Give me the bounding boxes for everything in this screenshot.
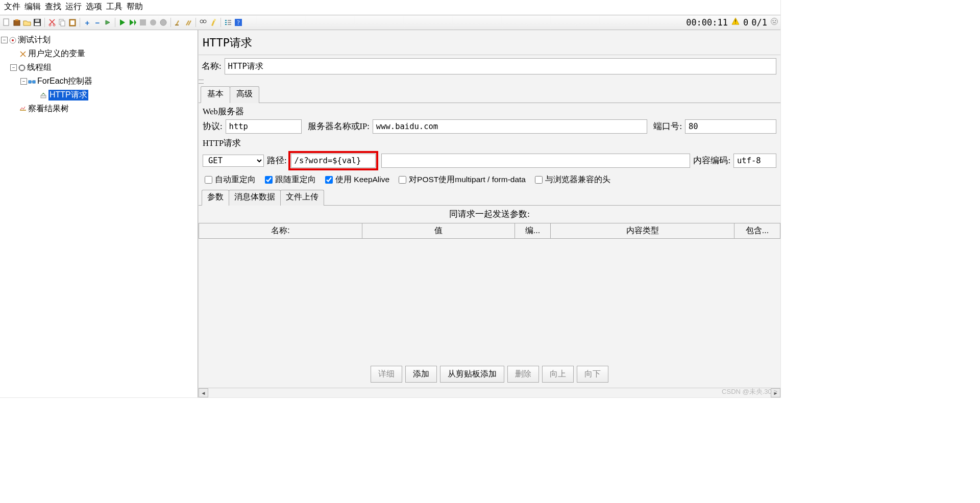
remote-stop-icon[interactable] [159,18,168,27]
reset-search-icon[interactable] [209,18,218,27]
svg-rect-20 [225,22,227,23]
tree-toggle[interactable]: − [1,37,8,43]
chk-follow-redirect[interactable]: 跟随重定向 [263,174,316,185]
svg-point-14 [160,19,166,26]
btn-add[interactable]: 添加 [405,366,437,383]
toolbar: + − ? 00:00:11 ! 0 0/1 [0,15,780,30]
expand-icon[interactable]: + [83,18,92,27]
svg-rect-19 [225,20,227,21]
encoding-input[interactable] [733,154,776,168]
menu-file[interactable]: 文件 [2,1,22,13]
controller-icon [28,78,36,86]
search-icon[interactable] [199,18,208,27]
svg-rect-23 [228,22,231,23]
save-icon[interactable] [33,18,42,27]
stop-icon[interactable] [138,18,148,27]
col-encode[interactable]: 编... [515,223,551,239]
svg-point-37 [19,67,20,68]
tree-toggle[interactable]: − [20,78,27,85]
templates-icon[interactable] [12,18,21,27]
start-icon[interactable] [118,18,127,27]
scroll-left-icon[interactable]: ◄ [199,388,208,397]
tree-httprequest[interactable]: HTTP请求 [48,90,88,100]
col-include[interactable]: 包含... [734,223,780,239]
menu-tools[interactable]: 工具 [104,1,125,13]
toggle-icon[interactable] [103,18,112,27]
open-icon[interactable] [22,18,32,27]
tree-vars[interactable]: 用户定义的变量 [28,48,85,59]
params-buttons: 详细 添加 从剪贴板添加 删除 向上 向下 [199,361,780,388]
col-content-type[interactable]: 内容类型 [551,223,734,239]
menubar: 文件 编辑 查找 运行 选项 工具 帮助 [0,0,780,15]
server-input[interactable] [373,119,648,134]
new-icon[interactable] [2,18,11,27]
paste-icon[interactable] [68,18,77,27]
svg-point-13 [150,19,156,26]
menu-search[interactable]: 查找 [43,1,63,13]
tab-advanced[interactable]: 高级 [230,86,259,103]
svg-point-29 [773,20,774,21]
svg-text:!: ! [734,19,737,24]
cut-icon[interactable] [47,18,57,27]
name-input[interactable] [225,58,776,74]
clear-all-icon[interactable] [184,18,193,27]
warning-icon[interactable]: ! [731,17,740,28]
port-input[interactable] [685,119,776,134]
btn-detail[interactable]: 详细 [371,366,402,383]
collapse-icon[interactable]: − [93,18,102,27]
chk-keepalive[interactable]: 使用 KeepAlive [323,174,389,185]
testplan-icon [9,36,17,44]
function-helper-icon[interactable] [224,18,233,27]
tree-threadgroup[interactable]: 线程组 [27,62,52,73]
tree-foreach[interactable]: ForEach控制器 [37,76,92,87]
help-icon[interactable]: ? [234,18,243,27]
chk-multipart[interactable]: 对POST使用multipart / form-data [397,174,526,185]
svg-point-17 [203,20,206,23]
chk-browser-compat[interactable]: 与浏览器兼容的头 [533,174,610,185]
menu-options[interactable]: 选项 [84,1,104,13]
btn-delete[interactable]: 删除 [507,366,539,383]
tree-results[interactable]: 察看结果树 [28,104,69,114]
warning-count: 0 [743,17,748,28]
svg-point-30 [775,20,776,21]
svg-point-28 [771,18,778,25]
method-select[interactable]: GET [203,155,264,167]
btn-up[interactable]: 向上 [542,366,574,383]
httpreq-section: HTTP请求 [199,135,780,150]
protocol-input[interactable] [226,119,302,134]
tree-toggle[interactable]: − [10,64,17,71]
svg-rect-11 [70,20,75,25]
tab-basic[interactable]: 基本 [201,86,230,103]
path-input-highlighted[interactable] [291,154,376,168]
svg-point-32 [12,39,14,41]
shutdown-icon[interactable] [149,18,158,27]
btn-from-clipboard[interactable]: 从剪贴板添加 [440,366,504,383]
menu-help[interactable]: 帮助 [125,1,145,13]
vars-icon [19,50,27,58]
chk-auto-redirect[interactable]: 自动重定向 [203,174,256,185]
tree-testplan[interactable]: 测试计划 [18,35,51,45]
menu-run[interactable]: 运行 [63,1,84,13]
outer-tabs: 基本 高级 [199,84,780,103]
horizontal-scrollbar[interactable]: ◄ ► [199,388,780,397]
btn-down[interactable]: 向下 [577,366,608,383]
svg-rect-24 [228,24,231,25]
itab-file[interactable]: 文件上传 [280,190,324,206]
path-input-rest[interactable] [381,154,691,168]
scroll-right-icon[interactable]: ► [771,388,780,397]
col-value[interactable]: 值 [362,223,515,239]
svg-rect-0 [4,19,9,26]
clear-icon[interactable] [174,18,183,27]
menu-edit[interactable]: 编辑 [22,1,43,13]
itab-params[interactable]: 参数 [202,190,229,206]
copy-icon[interactable] [58,18,67,27]
svg-rect-22 [228,20,231,21]
start-notimers-icon[interactable] [128,18,137,27]
encoding-label: 内容编码: [693,155,730,166]
params-section-label: 同请求一起发送参数: [199,206,780,223]
col-name[interactable]: 名称: [199,223,362,239]
itab-body[interactable]: 消息体数据 [229,190,281,206]
status-icon [770,17,778,28]
svg-rect-39 [33,81,35,83]
svg-text:?: ? [237,19,239,26]
